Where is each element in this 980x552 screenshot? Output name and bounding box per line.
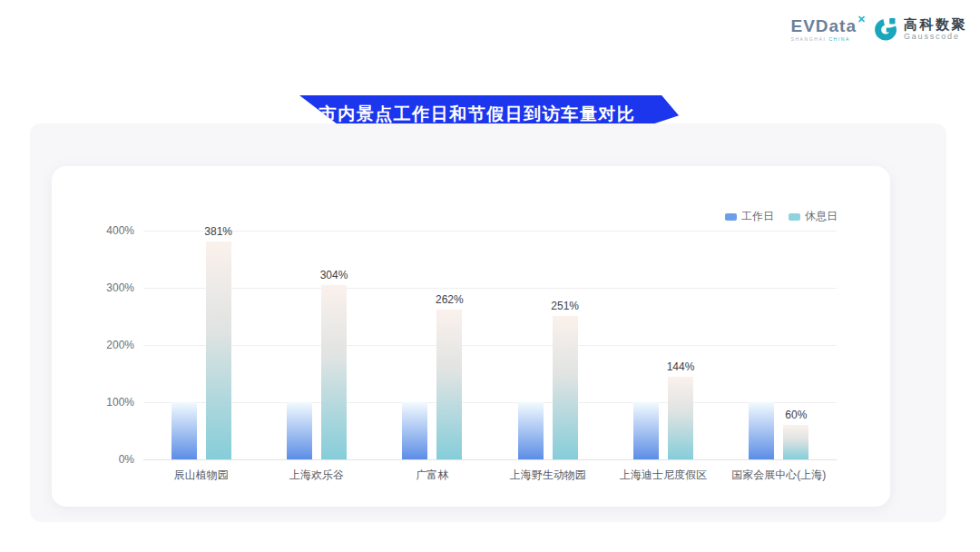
legend-marker — [725, 213, 737, 221]
page: EVData✕ SHANGHAI CHINA 高科数聚 Gausscode 市内… — [0, 0, 980, 552]
bar-工作日-上海欢乐谷 — [287, 402, 312, 459]
bar-value-label: 251% — [538, 300, 593, 312]
evdata-subtext: SHANGHAI CHINA — [790, 36, 857, 42]
x-axis-category-label: 上海野生动物园 — [489, 468, 607, 483]
bar-工作日-上海野生动物园 — [518, 402, 544, 459]
chart-legend: 工作日休息日 — [725, 209, 838, 224]
x-axis-category-label: 上海迪士尼度假区 — [604, 468, 722, 483]
x-axis-category-label: 辰山植物园 — [142, 468, 260, 483]
x-axis-category-label: 上海欢乐谷 — [258, 468, 376, 483]
y-axis-tick-label: 100% — [87, 396, 134, 409]
chart-card: 工作日休息日 0%100%200%300%400%381%辰山植物园304%上海… — [52, 166, 890, 507]
bar-休息日-上海迪士尼度假区 — [668, 377, 693, 459]
x-axis-category-label: 国家会展中心(上海) — [720, 468, 838, 483]
gausscode-text: 高科数聚 Gausscode — [904, 17, 967, 42]
x-axis-category-label: 广富林 — [373, 468, 491, 483]
evdata-wordmark: EVData — [790, 16, 857, 35]
bar-value-label: 60% — [769, 409, 823, 421]
header-logos: EVData✕ SHANGHAI CHINA 高科数聚 Gausscode — [790, 16, 967, 42]
gridline — [143, 231, 837, 232]
bar-休息日-辰山植物园 — [206, 242, 231, 459]
bar-value-label: 304% — [307, 269, 361, 281]
bar-休息日-上海野生动物园 — [553, 316, 578, 459]
legend-marker — [789, 213, 800, 221]
bar-休息日-国家会展中心(上海) — [783, 425, 808, 459]
bar-工作日-上海迪士尼度假区 — [633, 402, 659, 459]
bar-工作日-辰山植物园 — [172, 402, 197, 459]
gausscode-en: Gausscode — [904, 32, 967, 42]
gridline — [143, 402, 837, 403]
gridline — [143, 288, 837, 289]
legend-label: 休息日 — [805, 209, 838, 224]
gausscode-cn: 高科数聚 — [904, 17, 967, 32]
evdata-logo: EVData✕ SHANGHAI CHINA — [790, 17, 857, 42]
y-axis-tick-label: 0% — [87, 453, 134, 466]
y-axis-tick-label: 400% — [87, 224, 134, 237]
bar-休息日-广富林 — [436, 310, 462, 459]
y-axis-tick-label: 300% — [87, 281, 134, 294]
y-axis-tick-label: 200% — [87, 339, 134, 351]
bar-value-label: 381% — [191, 225, 246, 238]
gausscode-g-icon — [873, 16, 898, 42]
legend-item-休息日[interactable]: 休息日 — [789, 209, 838, 224]
legend-label: 工作日 — [741, 209, 774, 224]
bar-工作日-广富林 — [402, 402, 427, 459]
gausscode-logo: 高科数聚 Gausscode — [873, 16, 967, 42]
x-axis-line — [143, 459, 837, 460]
legend-item-工作日[interactable]: 工作日 — [725, 209, 774, 224]
bar-value-label: 144% — [653, 360, 708, 373]
bar-value-label: 262% — [422, 293, 476, 306]
evdata-x-icon: ✕ — [858, 14, 866, 25]
gridline — [143, 345, 837, 346]
bar-休息日-上海欢乐谷 — [321, 285, 347, 459]
